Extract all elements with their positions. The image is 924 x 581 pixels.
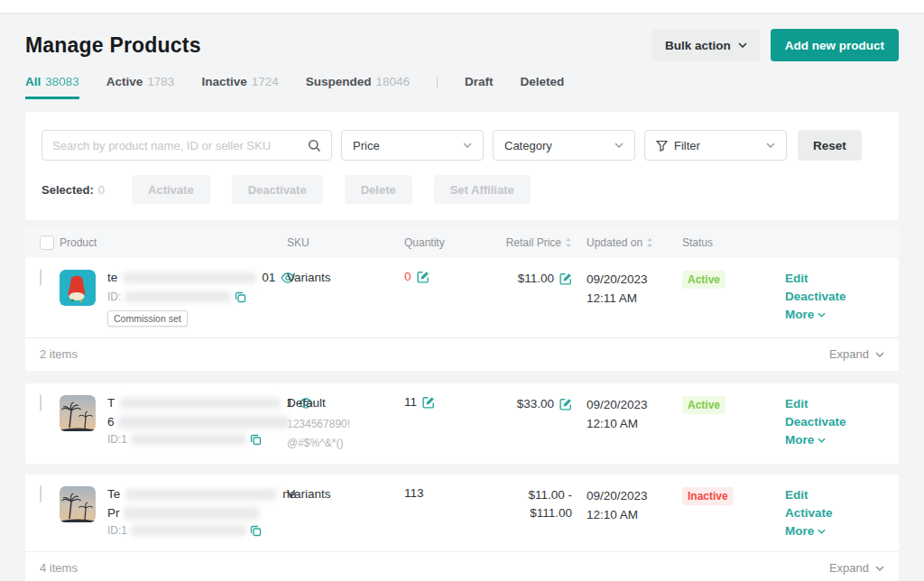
more-link[interactable]: More <box>785 431 884 449</box>
status-badge: Active <box>682 271 725 289</box>
column-retail-price[interactable]: Retail Price <box>464 236 578 249</box>
column-product: Product <box>60 236 287 249</box>
chevron-down-icon <box>614 143 624 148</box>
add-new-product-button[interactable]: Add new product <box>771 29 899 61</box>
product-image <box>60 395 96 431</box>
column-updated-on[interactable]: Updated on <box>578 236 679 249</box>
sort-icon[interactable] <box>646 237 653 248</box>
row-checkbox[interactable] <box>40 269 42 286</box>
tab-inactive[interactable]: Inactive1724 <box>201 75 278 99</box>
expand-toggle[interactable]: Expand <box>829 561 884 575</box>
price-dropdown-label: Price <box>353 139 380 152</box>
column-sku: SKU <box>287 236 404 249</box>
top-window-strip <box>0 0 924 14</box>
group-footer: 2 items Expand <box>25 337 899 371</box>
status-tabs: All38083 Active1783 Inactive1724 Suspend… <box>0 75 924 99</box>
quantity-value: 11 <box>404 395 417 409</box>
tab-suspended[interactable]: Suspended18046 <box>306 75 410 99</box>
edit-price-icon[interactable] <box>559 398 572 410</box>
page-title: Manage Products <box>25 33 201 58</box>
column-quantity: Quantity <box>404 236 464 249</box>
product-id: ID:1 <box>107 433 313 446</box>
deactivate-button[interactable]: Deactivate <box>232 175 323 204</box>
chevron-down-icon <box>818 438 826 443</box>
bulk-action-button[interactable]: Bulk action <box>652 29 760 61</box>
funnel-icon <box>656 140 668 152</box>
product-name[interactable]: Te ne <box>107 486 296 503</box>
filter-dropdown[interactable]: Filter <box>644 130 787 161</box>
expand-toggle[interactable]: Expand <box>829 347 884 361</box>
chevron-down-icon <box>875 566 884 571</box>
search-input[interactable] <box>52 139 300 152</box>
retail-price-range: $11.00 - $111.00 <box>464 486 578 522</box>
select-all-checkbox[interactable] <box>40 235 54 250</box>
sort-icon[interactable] <box>565 237 572 248</box>
search-box <box>42 130 332 161</box>
copy-icon[interactable] <box>235 291 246 303</box>
product-group-3: Te ne Pr ID:1 Variants <box>25 475 899 581</box>
tab-draft[interactable]: Draft <box>465 75 494 99</box>
search-icon[interactable] <box>308 139 321 152</box>
tab-active[interactable]: Active1783 <box>106 75 175 99</box>
tabs-divider <box>437 77 438 88</box>
product-id: ID:1 <box>107 524 296 537</box>
product-id: ID: <box>107 290 295 303</box>
product-name[interactable]: T 1 <box>107 395 313 411</box>
filter-dropdown-label: Filter <box>674 139 700 152</box>
retail-price-value: $11.00 <box>518 270 554 288</box>
redacted-text <box>125 489 277 500</box>
table-row: Te ne Pr ID:1 Variants <box>25 475 899 551</box>
header-actions: Bulk action Add new product <box>652 29 899 61</box>
sku-value: Variants <box>287 486 404 503</box>
redacted-text <box>131 525 246 536</box>
chevron-down-icon <box>738 42 747 48</box>
more-link[interactable]: More <box>785 522 884 540</box>
activate-link[interactable]: Activate <box>785 504 884 522</box>
delete-button[interactable]: Delete <box>345 175 412 204</box>
edit-link[interactable]: Edit <box>785 395 884 413</box>
redacted-text <box>120 398 281 409</box>
status-badge: Inactive <box>682 487 734 505</box>
product-group-2: T 1 6 ID:1 <box>25 383 899 464</box>
updated-on-value: 09/20/2023 12:10 AM <box>578 486 679 524</box>
column-status: Status <box>679 236 769 249</box>
price-dropdown[interactable]: Price <box>341 130 484 161</box>
redacted-text <box>131 434 246 445</box>
edit-link[interactable]: Edit <box>785 486 884 504</box>
filter-card: Price Category Filter Reset Selected: 0 … <box>25 112 899 220</box>
row-checkbox[interactable] <box>40 485 42 503</box>
quantity-value: 0 <box>404 270 411 283</box>
deactivate-link[interactable]: Deactivate <box>785 413 884 431</box>
row-checkbox[interactable] <box>40 394 42 411</box>
updated-on-value: 09/20/2023 12:11 AM <box>578 270 679 308</box>
redacted-text <box>123 272 256 283</box>
product-image <box>60 270 96 306</box>
more-link[interactable]: More <box>785 306 884 324</box>
tab-all[interactable]: All38083 <box>25 75 79 99</box>
category-dropdown-label: Category <box>504 139 552 152</box>
category-dropdown[interactable]: Category <box>493 130 635 161</box>
commission-set-tag: Commission set <box>107 310 188 327</box>
edit-link[interactable]: Edit <box>785 270 884 288</box>
sku-value: Variants <box>287 270 404 286</box>
copy-icon[interactable] <box>250 525 262 537</box>
redacted-text <box>118 416 290 429</box>
tab-deleted[interactable]: Deleted <box>521 75 565 99</box>
activate-button[interactable]: Activate <box>132 175 210 204</box>
quantity-value: 113 <box>404 486 424 500</box>
reset-button[interactable]: Reset <box>798 130 862 161</box>
deactivate-link[interactable]: Deactivate <box>785 288 884 306</box>
product-name-line2: 6 <box>107 415 313 429</box>
chevron-down-icon <box>766 143 775 148</box>
sku-value: Default <box>287 395 404 411</box>
copy-icon[interactable] <box>250 434 262 446</box>
table-row: te 01 ID: Commission set Varia <box>25 258 899 337</box>
set-affiliate-button[interactable]: Set Affiliate <box>434 175 531 204</box>
product-name[interactable]: te 01 <box>107 270 295 286</box>
edit-quantity-icon[interactable] <box>422 396 435 409</box>
group-footer: 4 items Expand <box>25 551 899 581</box>
edit-price-icon[interactable] <box>559 272 572 285</box>
page-header: Manage Products Bulk action Add new prod… <box>0 14 924 61</box>
edit-quantity-icon[interactable] <box>417 271 430 283</box>
product-name-line2: Pr <box>107 506 296 520</box>
